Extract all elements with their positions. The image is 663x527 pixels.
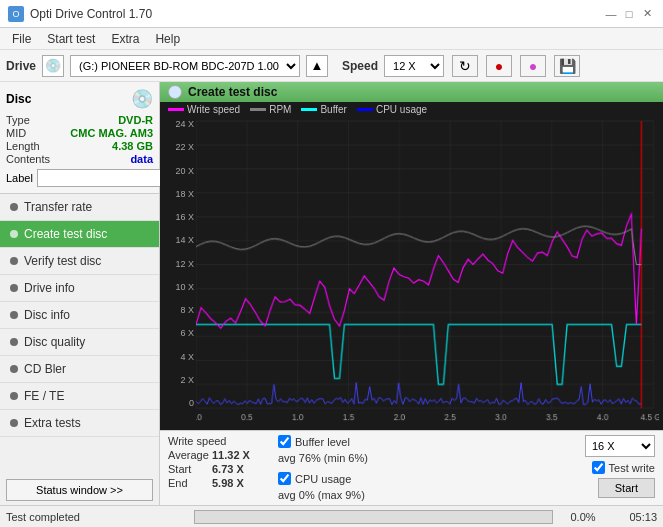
nav-drive-info[interactable]: Drive info <box>0 275 159 302</box>
disc-title: Disc <box>6 92 31 106</box>
nav-dot-8 <box>10 419 18 427</box>
label-input[interactable] <box>37 169 170 187</box>
status-progress-bar <box>194 510 553 524</box>
maximize-button[interactable]: □ <box>621 6 637 22</box>
legend-color-cpu <box>357 108 373 111</box>
nav-fe-te-label: FE / TE <box>24 389 64 403</box>
app-icon: O <box>8 6 24 22</box>
legend-buffer: Buffer <box>301 104 347 115</box>
nav-verify-test-disc[interactable]: Verify test disc <box>0 248 159 275</box>
status-time: 05:13 <box>607 511 657 523</box>
type-label: Type <box>6 114 30 126</box>
checkbox-section: Buffer level avg 76% (min 6%) CPU usage … <box>278 435 368 501</box>
nav-disc-quality[interactable]: Disc quality <box>0 329 159 356</box>
contents-label: Contents <box>6 153 50 165</box>
title-bar: O Opti Drive Control 1.70 — □ ✕ <box>0 0 663 28</box>
disc-icon: 💿 <box>131 88 153 110</box>
cpu-usage-checkbox[interactable] <box>278 472 291 485</box>
drive-select[interactable]: (G:) PIONEER BD-ROM BDC-207D 1.00 <box>70 55 300 77</box>
nav-extra-tests[interactable]: Extra tests <box>0 410 159 437</box>
legend-label-rpm: RPM <box>269 104 291 115</box>
nav-transfer-rate[interactable]: Transfer rate <box>0 194 159 221</box>
legend-write-speed: Write speed <box>168 104 240 115</box>
length-label: Length <box>6 140 40 152</box>
nav-dot-2 <box>10 257 18 265</box>
write-speed-section: Write speed Average 11.32 X Start 6.73 X… <box>168 435 262 489</box>
refresh-button[interactable]: ↻ <box>452 55 478 77</box>
content-area: Create test disc Write speed RPM Buffer <box>160 82 663 505</box>
nav-extra-tests-label: Extra tests <box>24 416 81 430</box>
chart-header: Create test disc <box>160 82 663 102</box>
end-extra: avg 0% (max 9%) <box>278 489 365 501</box>
buffer-level-checkbox[interactable] <box>278 435 291 448</box>
nav-dot-7 <box>10 392 18 400</box>
legend-label-write: Write speed <box>187 104 240 115</box>
avg-extra: avg 76% (min 6%) <box>278 452 368 464</box>
close-button[interactable]: ✕ <box>639 6 655 22</box>
chart-icon <box>168 85 182 99</box>
save-button[interactable]: 💾 <box>554 55 580 77</box>
end-value: 5.98 X <box>212 477 262 489</box>
contents-value: data <box>130 153 153 165</box>
test-write-label: Test write <box>609 462 655 474</box>
start-label: Start <box>168 463 206 475</box>
nav-disc-info[interactable]: Disc info <box>0 302 159 329</box>
drive-bar: Drive 💿 (G:) PIONEER BD-ROM BDC-207D 1.0… <box>0 50 663 82</box>
menu-start-test[interactable]: Start test <box>39 30 103 48</box>
eject-button[interactable]: ▲ <box>306 55 328 77</box>
nav-dot-3 <box>10 284 18 292</box>
nav-fe-te[interactable]: FE / TE <box>0 383 159 410</box>
write-speed-title: Write speed <box>168 435 262 447</box>
speed-label: Speed <box>342 59 378 73</box>
nav-dot-active <box>10 230 18 238</box>
label-label: Label <box>6 172 33 184</box>
legend-rpm: RPM <box>250 104 291 115</box>
test-write-checkbox[interactable] <box>592 461 605 474</box>
sidebar: Disc 💿 Type DVD-R MID CMC MAG. AM3 Lengt… <box>0 82 160 505</box>
chart-title: Create test disc <box>188 85 277 99</box>
bottom-info: Write speed Average 11.32 X Start 6.73 X… <box>160 430 663 505</box>
drive-icon-button[interactable]: 💿 <box>42 55 64 77</box>
nav-dot <box>10 203 18 211</box>
start-value: 6.73 X <box>212 463 262 475</box>
disc-panel: Disc 💿 Type DVD-R MID CMC MAG. AM3 Lengt… <box>0 82 159 194</box>
end-label: End <box>168 477 206 489</box>
status-text: Test completed <box>6 511 184 523</box>
avg-label: Average <box>168 449 206 461</box>
legend-color-rpm <box>250 108 266 111</box>
length-value: 4.38 GB <box>112 140 153 152</box>
speed-select[interactable]: 12 X <box>384 55 444 77</box>
mid-value: CMC MAG. AM3 <box>70 127 153 139</box>
menu-file[interactable]: File <box>4 30 39 48</box>
extra-right: 16 X Test write Start <box>585 435 655 498</box>
nav-disc-info-label: Disc info <box>24 308 70 322</box>
nav-dot-5 <box>10 338 18 346</box>
mid-label: MID <box>6 127 26 139</box>
minimize-button[interactable]: — <box>603 6 619 22</box>
pink-button[interactable]: ● <box>520 55 546 77</box>
nav-transfer-rate-label: Transfer rate <box>24 200 92 214</box>
app-title: Opti Drive Control 1.70 <box>30 7 152 21</box>
menu-help[interactable]: Help <box>147 30 188 48</box>
buffer-level-label: Buffer level <box>295 436 350 448</box>
legend-color-write <box>168 108 184 111</box>
nav-cd-bler[interactable]: CD Bler <box>0 356 159 383</box>
status-percent: 0.0% <box>563 511 603 523</box>
write-speed-dropdown[interactable]: 16 X <box>585 435 655 457</box>
red-button[interactable]: ● <box>486 55 512 77</box>
nav-disc-quality-label: Disc quality <box>24 335 85 349</box>
legend-label-cpu: CPU usage <box>376 104 427 115</box>
start-button[interactable]: Start <box>598 478 655 498</box>
chart-panel: Create test disc Write speed RPM Buffer <box>160 82 663 430</box>
type-value: DVD-R <box>118 114 153 126</box>
nav-create-test-disc[interactable]: Create test disc <box>0 221 159 248</box>
nav-create-test-disc-label: Create test disc <box>24 227 107 241</box>
avg-value: 11.32 X <box>212 449 262 461</box>
chart-canvas <box>196 117 659 426</box>
nav-items: Transfer rate Create test disc Verify te… <box>0 194 159 437</box>
nav-dot-4 <box>10 311 18 319</box>
legend-color-buffer <box>301 108 317 111</box>
status-window-button[interactable]: Status window >> <box>6 479 153 501</box>
nav-cd-bler-label: CD Bler <box>24 362 66 376</box>
menu-extra[interactable]: Extra <box>103 30 147 48</box>
